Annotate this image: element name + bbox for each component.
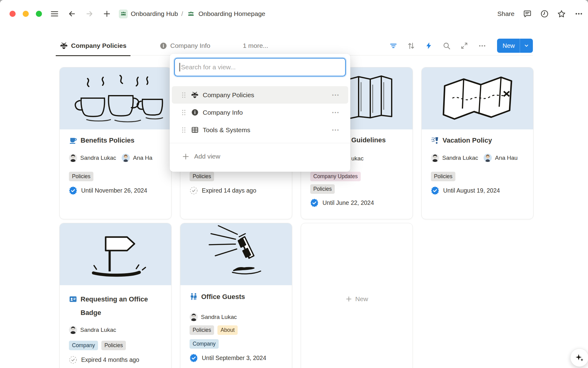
- plus-icon: [182, 153, 190, 160]
- card-tags-row: Policies: [310, 184, 412, 194]
- expand-diagonal-icon[interactable]: [460, 42, 469, 50]
- app-window: Onboarding Hub / Onboarding Homepage Sha…: [0, 0, 588, 368]
- status-label: Until June 22, 2024: [322, 199, 374, 206]
- verified-badge-icon: [69, 186, 77, 195]
- share-button[interactable]: Share: [497, 10, 514, 17]
- view-item-company-info[interactable]: Company Info •••: [172, 104, 348, 121]
- card-benefits-policies[interactable]: Benefits Policies Sandra Lukac Ana Ha Po…: [59, 67, 172, 219]
- card-status-row: Expired 4 months ago: [69, 356, 171, 364]
- view-item-tools-systems[interactable]: Tools & Systems •••: [172, 121, 348, 139]
- card-status-row: Expired 14 days ago: [190, 186, 291, 195]
- card-title-row: Office Guests: [190, 293, 291, 301]
- window-titlebar: Onboarding Hub / Onboarding Homepage Sha…: [0, 0, 588, 28]
- breadcrumb: Onboarding Hub / Onboarding Homepage: [119, 0, 265, 28]
- table-icon: [191, 126, 199, 134]
- new-page-icon[interactable]: [102, 9, 112, 19]
- chevron-down-icon[interactable]: [520, 43, 533, 48]
- view-switcher-dropdown: Search for a view... Company Policies ••…: [170, 54, 350, 172]
- more-options-icon[interactable]: [574, 10, 583, 18]
- new-button[interactable]: New: [497, 39, 533, 53]
- ai-assistant-button[interactable]: [570, 348, 588, 367]
- card-requesting-office-badge[interactable]: Requesting an Office Badge Sandra Lukac …: [59, 223, 172, 368]
- view-item-label: Tools & Systems: [203, 126, 332, 134]
- card-title: Office Guests: [201, 293, 245, 301]
- avatar: [122, 154, 130, 162]
- back-icon[interactable]: [67, 9, 77, 19]
- avatar: [190, 313, 198, 321]
- more-views-button[interactable]: 1 more...: [243, 36, 268, 55]
- card-title: Benefits Policies: [81, 136, 134, 144]
- card-tags-row: Company Updates: [310, 172, 412, 181]
- expired-check-icon: [69, 356, 77, 364]
- card-title-row: Vacation Policy: [431, 136, 533, 144]
- search-icon[interactable]: [443, 42, 451, 50]
- bee-icon: [191, 91, 199, 99]
- sidebar-menu-icon[interactable]: [50, 9, 59, 19]
- breadcrumb-separator: /: [181, 10, 183, 17]
- tag: Policies: [431, 172, 455, 181]
- card-people-row: Sandra Lukac: [190, 313, 291, 321]
- view-item-company-policies[interactable]: Company Policies •••: [172, 86, 348, 104]
- card-vacation-policy[interactable]: Vacation Policy Sandra Lukac Ana Hau Pol…: [421, 67, 533, 219]
- breadcrumb-item-hub[interactable]: Onboarding Hub: [119, 10, 178, 18]
- tab-company-info[interactable]: Company Info: [156, 36, 214, 55]
- card-people-row: Sandra Lukac Ana Ha: [69, 154, 171, 162]
- status-label: Until November 26, 2024: [81, 187, 147, 194]
- tab-label: Company Policies: [71, 42, 126, 49]
- person-name: Sandra Lukac: [201, 314, 237, 320]
- card-cover-map: [422, 67, 533, 129]
- plus-icon: [345, 296, 352, 302]
- view-options-icon[interactable]: [478, 42, 486, 50]
- tag: Policies: [190, 172, 214, 181]
- history-clock-icon[interactable]: [540, 10, 549, 18]
- tag: Policies: [310, 184, 335, 194]
- breadcrumb-hub-label: Onboarding Hub: [131, 10, 178, 17]
- people-group-icon: [119, 10, 128, 18]
- person-name: Sandra Lukac: [442, 155, 478, 161]
- person-name: Ana Hau: [495, 155, 518, 161]
- drag-handle-icon[interactable]: [182, 92, 186, 98]
- automation-lightning-icon[interactable]: [425, 42, 433, 50]
- card-title: Requesting an Office Badge: [81, 293, 154, 320]
- avatar: [69, 326, 77, 334]
- verified-badge-icon: [431, 186, 439, 195]
- dropdown-divider: [170, 143, 350, 143]
- view-search-placeholder: Search for a view...: [181, 63, 236, 71]
- view-item-menu-icon[interactable]: •••: [332, 110, 340, 115]
- zoom-window-button[interactable]: [36, 11, 42, 17]
- card-people-row: Sandra Lukac: [69, 326, 171, 334]
- avatar: [431, 154, 439, 162]
- drag-handle-icon[interactable]: [182, 109, 186, 116]
- tab-label: Company Info: [170, 42, 210, 49]
- card-tags-row: Policies: [69, 172, 171, 181]
- coffee-cup-icon: [69, 136, 77, 144]
- new-card-button[interactable]: New: [301, 223, 413, 368]
- sparkle-icon: [575, 353, 584, 362]
- card-title-row: Requesting an Office Badge: [69, 293, 171, 320]
- filter-icon[interactable]: [389, 42, 398, 50]
- people-group-icon: [187, 10, 195, 18]
- sort-icon[interactable]: [407, 42, 415, 50]
- bee-icon: [60, 42, 68, 50]
- forward-icon[interactable]: [85, 9, 94, 19]
- view-item-menu-icon[interactable]: •••: [332, 92, 340, 98]
- comments-icon[interactable]: [523, 10, 532, 18]
- tag: Policies: [190, 325, 214, 335]
- drag-handle-icon[interactable]: [182, 127, 186, 133]
- add-view-button[interactable]: Add view: [170, 147, 350, 166]
- people-pair-icon: [190, 293, 198, 301]
- breadcrumb-item-page[interactable]: Onboarding Homepage: [187, 10, 265, 18]
- card-tags-row: Policies About: [190, 325, 291, 335]
- close-window-button[interactable]: [9, 11, 16, 17]
- tag: Company: [69, 341, 98, 350]
- view-item-menu-icon[interactable]: •••: [332, 127, 340, 132]
- card-status-row: Until August 19, 2024: [431, 186, 533, 195]
- view-search-input[interactable]: Search for a view...: [174, 58, 346, 76]
- minimize-window-button[interactable]: [23, 11, 29, 17]
- tab-company-policies[interactable]: Company Policies: [56, 36, 130, 56]
- view-tabs-bar: Company Policies Company Info 1 more...: [0, 36, 588, 56]
- tag: About: [217, 325, 238, 335]
- card-office-guests[interactable]: Office Guests Sandra Lukac Policies Abou…: [180, 223, 292, 368]
- new-button-label: New: [497, 42, 520, 49]
- favorite-star-icon[interactable]: [557, 10, 566, 18]
